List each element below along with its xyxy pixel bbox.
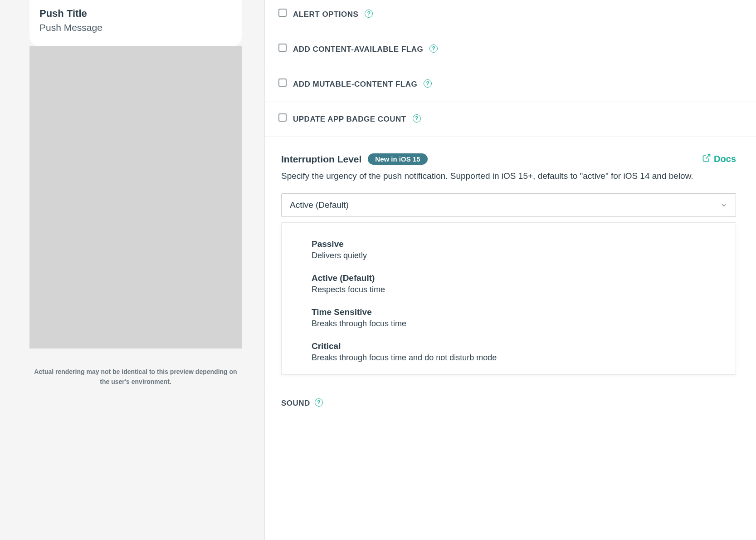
option-row-badge-count: UPDATE APP BADGE COUNT ? [265,102,756,137]
option-label: ALERT OPTIONS [293,10,358,19]
docs-link-label: Docs [714,154,736,164]
help-icon[interactable]: ? [315,398,323,407]
section-description: Specify the urgency of the push notifica… [281,170,736,182]
help-icon[interactable]: ? [413,114,421,123]
sound-section: SOUND ? [265,386,756,412]
dropdown-item-title: Active (Default) [312,273,736,283]
external-link-icon [702,153,711,165]
dropdown-item-critical[interactable]: Critical Breaks through focus time and d… [282,337,736,371]
interruption-level-section: Interruption Level New in iOS 15 Docs Sp… [265,137,756,386]
dropdown-item-title: Critical [312,341,736,351]
checkbox-badge-count[interactable] [278,113,287,122]
sound-label: SOUND [281,399,310,408]
section-header: Interruption Level New in iOS 15 Docs [281,153,736,165]
dropdown-item-active[interactable]: Active (Default) Respects focus time [282,269,736,303]
preview-disclaimer: Actual rendering may not be identical to… [29,367,242,387]
svg-line-0 [706,155,710,159]
dropdown-item-desc: Breaks through focus time [312,319,736,329]
dropdown-item-title: Time Sensitive [312,307,736,317]
dropdown-item-passive[interactable]: Passive Delivers quietly [282,235,736,269]
preview-body-placeholder [29,46,242,349]
preview-message: Push Message [39,21,232,34]
option-row-mutable-content: ADD MUTABLE-CONTENT FLAG ? [265,67,756,102]
option-row-alert-options: ALERT OPTIONS ? [265,0,756,32]
chevron-down-icon [720,201,727,209]
dropdown-item-title: Passive [312,239,736,249]
dropdown-item-time-sensitive[interactable]: Time Sensitive Breaks through focus time [282,303,736,337]
section-title: Interruption Level [281,154,361,165]
checkbox-mutable-content[interactable] [278,79,287,87]
dropdown-item-desc: Breaks through focus time and do not dis… [312,353,736,363]
dropdown-item-desc: Delivers quietly [312,251,736,260]
interruption-dropdown: Passive Delivers quietly Active (Default… [281,222,736,375]
checkbox-content-available[interactable] [278,44,287,52]
preview-title: Push Title [39,7,232,20]
push-preview-card: Push Title Push Message [29,0,242,46]
option-label: UPDATE APP BADGE COUNT [293,115,406,124]
new-badge: New in iOS 15 [368,153,427,165]
option-label: ADD CONTENT-AVAILABLE FLAG [293,45,423,54]
help-icon[interactable]: ? [365,10,373,18]
option-row-content-available: ADD CONTENT-AVAILABLE FLAG ? [265,32,756,67]
settings-column: ALERT OPTIONS ? ADD CONTENT-AVAILABLE FL… [264,0,756,540]
option-label: ADD MUTABLE-CONTENT FLAG [293,80,417,89]
select-value: Active (Default) [290,200,349,210]
interruption-level-select[interactable]: Active (Default) [281,193,736,217]
help-icon[interactable]: ? [429,44,438,53]
preview-column: Push Title Push Message Actual rendering… [0,0,264,540]
help-icon[interactable]: ? [424,79,432,88]
docs-link[interactable]: Docs [702,153,736,165]
dropdown-item-desc: Respects focus time [312,285,736,295]
checkbox-alert-options[interactable] [278,9,287,17]
